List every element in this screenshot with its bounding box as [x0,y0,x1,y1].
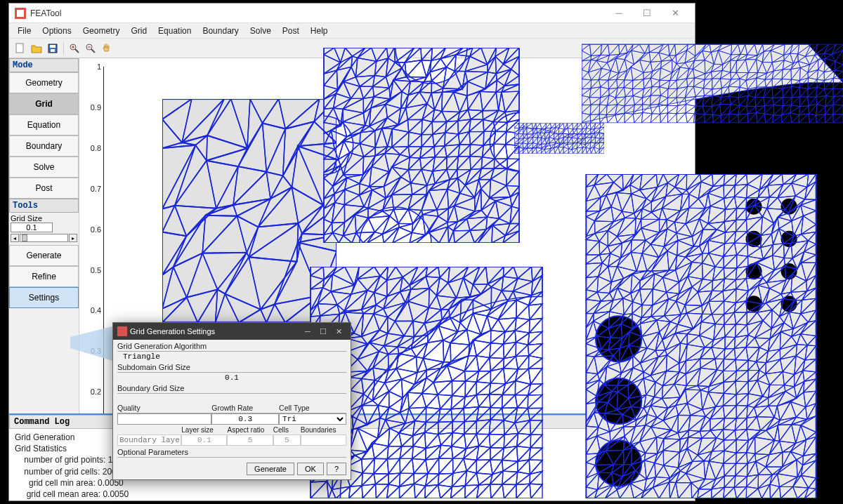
mode-equation[interactable]: Equation [9,114,79,135]
svg-marker-1314 [695,106,705,114]
menu-options[interactable]: Options [37,25,77,37]
quality-label: Quality [117,403,211,413]
generate-button[interactable]: Generate [9,245,79,266]
svg-marker-132 [422,48,432,60]
svg-marker-1943 [517,446,531,462]
new-icon[interactable] [13,41,27,55]
slider-left-icon[interactable]: ◂ [11,234,19,242]
svg-marker-1966 [428,458,439,474]
grid-size-slider[interactable]: ◂ ▸ [9,234,79,245]
maximize-button[interactable]: ☐ [633,4,661,22]
svg-marker-1784 [409,393,426,408]
svg-marker-1800 [517,395,528,409]
svg-marker-2053 [530,484,542,498]
zoom-in-icon[interactable] [67,41,81,55]
growth-input[interactable] [211,413,279,425]
svg-marker-1215 [792,86,800,98]
svg-marker-1910 [530,435,542,448]
ytick: 0.8 [83,144,101,152]
cells-input[interactable] [273,435,301,446]
svg-marker-848 [560,147,563,153]
svg-marker-1896 [441,432,453,446]
svg-marker-1358 [625,114,634,122]
svg-marker-1928 [412,449,426,460]
svg-marker-1402 [816,114,825,123]
svg-marker-2026 [349,486,363,498]
svg-marker-809 [563,143,568,147]
svg-marker-2032 [387,486,400,498]
svg-marker-1862 [452,422,464,435]
svg-marker-1883 [358,428,377,451]
mode-boundary[interactable]: Boundary [9,135,79,157]
svg-marker-1328 [757,106,765,114]
svg-marker-983 [824,53,831,58]
svg-marker-1616 [491,332,505,344]
svg-marker-1306 [660,106,668,114]
dialog-close-button[interactable]: ✕ [331,327,346,336]
svg-marker-1654 [504,343,516,359]
zoom-out-icon[interactable] [84,41,98,55]
grid-size-input[interactable] [11,223,53,232]
celltype-label: Cell Type [279,403,346,413]
svg-marker-1212 [773,88,783,98]
algo-value[interactable]: Triangle [117,352,346,362]
refine-button[interactable]: Refine [9,266,79,287]
ytick: 0.2 [83,387,101,396]
celltype-select[interactable]: Tri [279,413,346,425]
open-icon[interactable] [30,41,44,55]
menu-post[interactable]: Post [277,25,305,37]
boundaries-input[interactable] [301,435,346,446]
mode-geometry[interactable]: Geometry [9,72,79,93]
menu-geometry[interactable]: Geometry [77,25,126,37]
pan-icon[interactable] [100,41,114,55]
svg-marker-2042 [451,486,466,498]
layersize-input[interactable] [181,435,227,446]
settings-button[interactable]: Settings [9,287,79,308]
dialog-help-button[interactable]: ? [327,463,346,475]
svg-marker-1870 [504,423,518,435]
menu-grid[interactable]: Grid [125,25,152,37]
svg-marker-1906 [504,433,518,448]
svg-marker-1790 [451,397,465,409]
svg-marker-128 [395,48,414,62]
mode-solve[interactable]: Solve [9,157,79,178]
quality-input[interactable] [117,413,211,425]
menu-help[interactable]: Help [305,25,334,37]
svg-marker-1956 [362,458,374,474]
dialog-titlebar[interactable]: Grid Generation Settings ─ ☐ ✕ [113,323,351,340]
svg-marker-1268 [756,97,765,106]
boundary-size-value[interactable] [117,394,346,402]
svg-marker-2052 [516,484,531,498]
subdomain-value[interactable]: 0.1 [117,373,346,383]
svg-marker-632 [523,124,527,127]
dialog-generate-button[interactable]: Generate [247,463,294,475]
menu-file[interactable]: File [12,25,37,37]
save-icon[interactable] [46,41,60,55]
menu-boundary[interactable]: Boundary [197,25,244,37]
svg-marker-2040 [440,487,452,498]
close-button[interactable]: ✕ [661,4,689,22]
svg-marker-1754 [452,381,466,397]
slider-right-icon[interactable]: ▸ [69,234,77,242]
dialog-maximize-button[interactable]: ☐ [315,327,331,336]
minimize-button[interactable]: ─ [605,4,633,22]
svg-marker-1652 [490,344,504,359]
aspect-input[interactable] [227,435,273,446]
boundary-layers-input[interactable] [117,435,181,446]
svg-marker-1963 [412,458,426,473]
mode-post[interactable]: Post [9,178,79,199]
svg-marker-1362 [641,114,652,123]
mesh-example-nozzle [514,123,604,154]
svg-marker-1308 [668,106,678,114]
svg-marker-1787 [438,394,452,409]
svg-marker-1575 [460,313,473,330]
app-icon [15,8,26,19]
dialog-minimize-button[interactable]: ─ [300,327,315,336]
svg-marker-1344 [825,105,833,114]
menu-solve[interactable]: Solve [244,25,277,37]
mode-grid[interactable]: Grid [9,93,79,114]
menu-equation[interactable]: Equation [152,25,197,37]
dialog-ok-button[interactable]: OK [297,463,324,475]
ytick: 0.7 [83,185,101,193]
svg-marker-1387 [757,113,765,123]
